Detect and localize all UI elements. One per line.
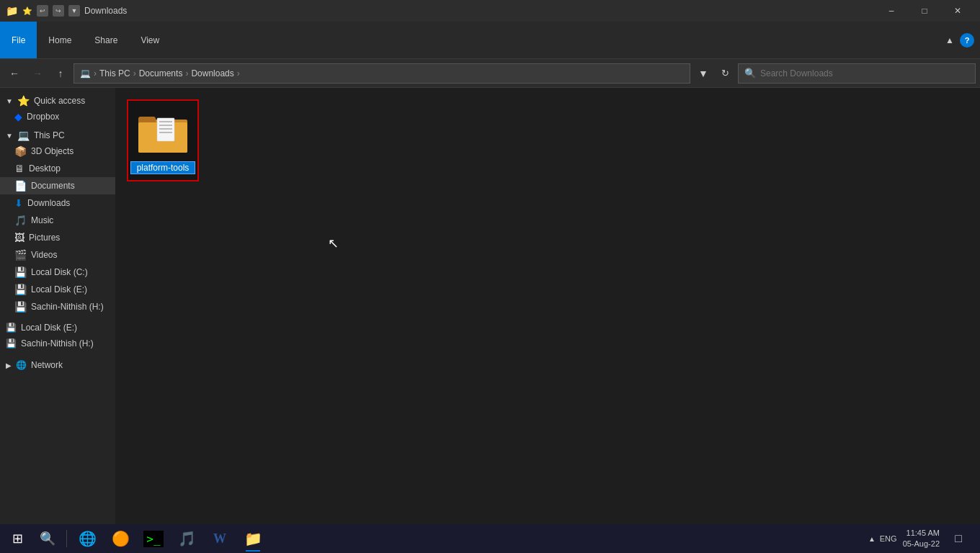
3dobjects-icon: 📦 bbox=[14, 145, 27, 157]
breadcrumb[interactable]: 💻 › This PC › Documents › Downloads › bbox=[74, 63, 690, 84]
sys-tray: ▲ ENG bbox=[868, 534, 897, 543]
taskbar-search-button[interactable]: 🔍 bbox=[33, 524, 62, 553]
pictures-icon: 🖼 bbox=[14, 232, 24, 243]
quick-access-icon-title: ⭐ bbox=[22, 6, 32, 16]
word-icon: W bbox=[213, 531, 226, 547]
taskbar-spotify[interactable]: 🎵 bbox=[171, 524, 202, 553]
documents-icon: 📄 bbox=[14, 180, 27, 192]
taskbar-file-explorer[interactable]: 📁 bbox=[237, 524, 269, 553]
clock-date: 05-Aug-22 bbox=[903, 539, 940, 549]
file-explorer-icon: 📁 bbox=[244, 530, 262, 547]
breadcrumb-documents[interactable]: Documents bbox=[139, 68, 183, 78]
file-item-platform-tools[interactable] bbox=[127, 99, 199, 181]
sidebar-section-thispc[interactable]: ▼ 💻 This PC bbox=[0, 125, 115, 143]
cursor: ↖ bbox=[328, 235, 339, 251]
sidebar-item-localc[interactable]: 💾 Local Disk (C:) bbox=[0, 264, 115, 281]
maximize-button[interactable]: □ bbox=[908, 0, 941, 22]
back-button[interactable]: ← bbox=[4, 63, 24, 84]
folder-icon-title: 📁 bbox=[6, 5, 18, 17]
clock-time: 11:45 AM bbox=[903, 528, 940, 539]
title-bar: 📁 ⭐ ↩ ↪ ▼ Downloads – □ ✕ bbox=[0, 0, 980, 22]
sidebar: ▼ ⭐ Quick access ◆ Dropbox ▼ 💻 This PC 📦… bbox=[0, 88, 115, 531]
taskbar-edge[interactable]: 🌐 bbox=[71, 524, 103, 553]
sidebar-item-3dobjects[interactable]: 📦 3D Objects bbox=[0, 143, 115, 160]
sidebar-section-network[interactable]: ▶ 🌐 Network bbox=[0, 356, 115, 372]
title-icon-small-1[interactable]: ↩ bbox=[37, 5, 48, 17]
tray-lang: ENG bbox=[880, 534, 897, 543]
diske-icon: 💾 bbox=[14, 284, 27, 295]
terminal-icon: >_ bbox=[143, 531, 163, 547]
close-button[interactable]: ✕ bbox=[941, 0, 974, 22]
ribbon: File Home Share View ▲ ? bbox=[0, 22, 980, 59]
file-icon-container bbox=[137, 107, 189, 158]
breadcrumb-pc[interactable]: 💻 bbox=[80, 68, 91, 78]
downloads-icon: ⬇ bbox=[14, 197, 23, 209]
content-area[interactable]: ↖ bbox=[115, 88, 980, 531]
sidebar-item-pictures[interactable]: 🖼 Pictures bbox=[0, 229, 115, 246]
sidebar-item-music[interactable]: 🎵 Music bbox=[0, 212, 115, 229]
title-icon-small-3[interactable]: ▼ bbox=[68, 5, 80, 17]
sidebar-item-sachin-h[interactable]: 💾 Sachin-Nithish (H:) bbox=[0, 298, 115, 315]
tab-share[interactable]: Share bbox=[83, 22, 129, 58]
breadcrumb-downloads[interactable]: Downloads bbox=[191, 68, 233, 78]
sidebar-item-videos[interactable]: 🎬 Videos bbox=[0, 246, 115, 264]
drive-e-icon: 💾 bbox=[6, 323, 17, 333]
thispc-expand-icon: ▼ bbox=[6, 132, 13, 140]
expand-ribbon-icon[interactable]: ▲ bbox=[945, 35, 954, 45]
breadcrumb-sep-3: › bbox=[185, 68, 188, 78]
tab-home[interactable]: Home bbox=[37, 22, 83, 58]
breadcrumb-sep-1: › bbox=[94, 68, 97, 78]
sidebar-drive-h[interactable]: 💾 Sachin-Nithish (H:) bbox=[0, 336, 115, 351]
search-bar[interactable]: 🔍 bbox=[738, 63, 976, 84]
sidebar-item-downloads[interactable]: ⬇ Downloads bbox=[0, 194, 115, 212]
taskbar-separator bbox=[66, 530, 67, 547]
thispc-label: This PC bbox=[34, 130, 65, 140]
taskbar-chrome[interactable]: 🟠 bbox=[104, 524, 136, 553]
window-controls: – □ ✕ bbox=[875, 0, 974, 22]
quick-access-expand-icon: ▼ bbox=[6, 97, 13, 105]
tab-file[interactable]: File bbox=[0, 22, 37, 58]
network-label: Network bbox=[31, 360, 63, 370]
taskbar-word[interactable]: W bbox=[204, 524, 236, 553]
drive-h-label: Sachin-Nithish (H:) bbox=[21, 338, 94, 349]
breadcrumb-sep-4: › bbox=[237, 68, 240, 78]
desktop-icon: 🖥 bbox=[14, 163, 24, 174]
start-button[interactable]: ⊞ bbox=[3, 524, 32, 553]
sidebar-item-desktop[interactable]: 🖥 Desktop bbox=[0, 160, 115, 177]
drive-h-icon: 💾 bbox=[6, 338, 17, 349]
chrome-icon: 🟠 bbox=[112, 530, 130, 547]
sidebar-item-dropbox[interactable]: ◆ Dropbox bbox=[0, 108, 115, 125]
expand-path-button[interactable]: ▼ bbox=[693, 63, 713, 84]
up-button[interactable]: ↑ bbox=[50, 63, 71, 84]
breadcrumb-sep-2: › bbox=[133, 68, 136, 78]
address-bar: ← → ↑ 💻 › This PC › Documents › Download… bbox=[0, 59, 980, 88]
window-title: Downloads bbox=[84, 6, 870, 16]
network-expand-icon: ▶ bbox=[6, 361, 12, 369]
music-icon: 🎵 bbox=[14, 215, 27, 226]
sidebar-dropbox-label: Dropbox bbox=[27, 112, 59, 122]
spotify-icon: 🎵 bbox=[178, 530, 196, 547]
taskbar-right: ▲ ENG 11:45 AM 05-Aug-22 □ bbox=[868, 524, 977, 553]
sidebar-drive-e[interactable]: 💾 Local Disk (E:) bbox=[0, 320, 115, 336]
notification-button[interactable]: □ bbox=[945, 524, 971, 553]
edge-icon: 🌐 bbox=[79, 530, 97, 547]
diskc-icon: 💾 bbox=[14, 266, 27, 278]
refresh-button[interactable]: ↻ bbox=[715, 63, 735, 84]
tray-chevron[interactable]: ▲ bbox=[868, 535, 876, 543]
search-input[interactable] bbox=[760, 68, 969, 78]
clock[interactable]: 11:45 AM 05-Aug-22 bbox=[903, 528, 940, 550]
sidebar-section-quick-access[interactable]: ▼ ⭐ Quick access bbox=[0, 91, 115, 108]
title-icon-small-2[interactable]: ↪ bbox=[53, 5, 64, 17]
thispc-icon: 💻 bbox=[17, 130, 30, 141]
sidebar-item-documents[interactable]: 📄 Documents bbox=[0, 177, 115, 194]
tab-view[interactable]: View bbox=[129, 22, 171, 58]
main-layout: ▼ ⭐ Quick access ◆ Dropbox ▼ 💻 This PC 📦… bbox=[0, 88, 980, 531]
minimize-button[interactable]: – bbox=[875, 0, 908, 22]
taskbar-terminal[interactable]: >_ bbox=[138, 524, 169, 553]
forward-button[interactable]: → bbox=[27, 63, 48, 84]
sidebar-item-locale[interactable]: 💾 Local Disk (E:) bbox=[0, 281, 115, 298]
breadcrumb-thispc[interactable]: This PC bbox=[99, 68, 130, 78]
help-icon[interactable]: ? bbox=[960, 33, 974, 48]
network-icon: 🌐 bbox=[16, 360, 27, 370]
file-name-input[interactable] bbox=[130, 161, 195, 174]
